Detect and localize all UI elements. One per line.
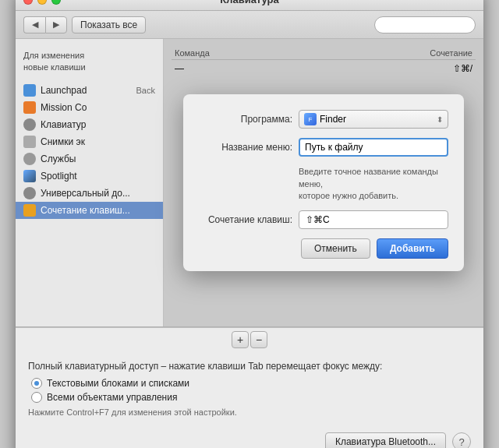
search-input[interactable] <box>374 16 476 34</box>
close-button[interactable] <box>23 0 33 5</box>
sidebar: Для изменения новые клавиши Launchpad Ba… <box>16 39 164 326</box>
radio-circle-all-controls <box>31 392 42 403</box>
modal-overlay: Программа: F Finder ⬍ Название меню: <box>164 39 483 326</box>
minimize-button[interactable] <box>37 0 47 5</box>
screenshots-icon <box>23 136 36 148</box>
help-button[interactable]: ? <box>452 432 471 448</box>
radio-circle-text-blocks <box>31 378 42 389</box>
forward-button[interactable]: ▶ <box>45 16 67 34</box>
window-title: Клавиатура <box>220 0 279 5</box>
add-shortcut-modal: Программа: F Finder ⬍ Название меню: <box>183 94 464 270</box>
sidebar-item-label: Снимки эк <box>41 136 155 147</box>
sidebar-item-universal[interactable]: Универсальный до... <box>16 185 163 202</box>
shortcut-value: ⇧⌘C <box>306 214 330 225</box>
bluetooth-button[interactable]: Клавиатура Bluetooth... <box>325 432 446 448</box>
menu-name-label: Название меню: <box>199 142 292 153</box>
services-icon <box>23 153 36 165</box>
shortcut-label: Сочетание клавиш: <box>199 214 292 225</box>
remove-shortcut-button[interactable]: − <box>250 331 267 348</box>
titlebar: Клавиатура <box>16 0 483 11</box>
keyboard-icon <box>23 118 36 131</box>
program-value: Finder <box>320 114 346 125</box>
cancel-button[interactable]: Отменить <box>301 238 370 259</box>
sidebar-item-label: Сочетание клавиш... <box>41 205 155 216</box>
radio-item-all-controls[interactable]: Всеми объектами управления <box>31 392 471 403</box>
sidebar-description: Для изменения новые клавиши <box>16 45 163 82</box>
bottom-bar: + − <box>16 327 483 351</box>
main-area: Команда Сочетание — ⇧⌘/ Программа: F <box>164 39 483 326</box>
radio-label-all-controls: Всеми объектами управления <box>47 392 177 403</box>
finder-icon: F <box>304 113 317 125</box>
sidebar-item-label: Launchpad <box>41 85 132 96</box>
program-select[interactable]: F Finder ⬍ <box>299 110 448 129</box>
main-window: Клавиатура ◀ ▶ Показать все Для изменени… <box>16 0 483 448</box>
shortcut-display[interactable]: ⇧⌘C <box>299 210 448 229</box>
spotlight-icon <box>23 170 36 182</box>
shortcut-text: Back <box>136 86 155 95</box>
back-button[interactable]: ◀ <box>23 16 45 34</box>
sidebar-item-label: Mission Co <box>41 102 155 113</box>
sidebar-item-label: Универсальный до... <box>41 188 155 199</box>
select-inner: F Finder <box>304 113 346 125</box>
universal-icon <box>23 187 36 199</box>
menu-name-row: Название меню: <box>199 138 448 157</box>
show-all-button[interactable]: Показать все <box>72 16 146 34</box>
footer: Полный клавиатурный доступ – нажатие кла… <box>16 351 483 426</box>
sidebar-item-spotlight[interactable]: Spotlight <box>16 168 163 185</box>
radio-label-text-blocks: Текстовыми блоками и списками <box>47 378 189 389</box>
modal-hint: Введите точное название команды меню, ко… <box>299 166 448 202</box>
sidebar-item-label: Службы <box>41 153 155 164</box>
program-row: Программа: F Finder ⬍ <box>199 110 448 129</box>
shortcut-row-modal: Сочетание клавиш: ⇧⌘C <box>199 210 448 229</box>
radio-group: Текстовыми блоками и списками Всеми объе… <box>28 378 471 403</box>
sidebar-item-keyboard[interactable]: Клавиатур <box>16 116 163 133</box>
modal-buttons: Отменить Добавить <box>199 238 448 259</box>
program-label: Программа: <box>199 114 292 125</box>
radio-item-text-blocks[interactable]: Текстовыми блоками и списками <box>31 378 471 389</box>
shortcut-keys-icon <box>23 204 36 217</box>
sidebar-item-label: Клавиатур <box>41 119 155 130</box>
sidebar-item-screenshots[interactable]: Снимки эк <box>16 133 163 150</box>
content-area: Для изменения новые клавиши Launchpad Ba… <box>16 39 483 327</box>
footer-title: Полный клавиатурный доступ – нажатие кла… <box>28 361 471 372</box>
toolbar: ◀ ▶ Показать все <box>16 11 483 39</box>
footer-buttons: Клавиатура Bluetooth... ? <box>16 426 483 448</box>
menu-name-input[interactable] <box>299 138 448 157</box>
sidebar-item-mission-control[interactable]: Mission Co <box>16 99 163 116</box>
hint-text: Нажмите Control+F7 для изменения этой на… <box>28 407 471 417</box>
sidebar-item-shortcut-keys[interactable]: Сочетание клавиш... <box>16 202 163 219</box>
launchpad-icon <box>23 84 36 97</box>
chevron-down-icon: ⬍ <box>437 115 443 124</box>
add-button[interactable]: Добавить <box>377 238 448 259</box>
sidebar-item-services[interactable]: Службы <box>16 150 163 168</box>
traffic-lights <box>23 0 61 5</box>
sidebar-item-label: Spotlight <box>41 171 155 182</box>
add-shortcut-button[interactable]: + <box>232 331 249 348</box>
mission-control-icon <box>23 101 36 114</box>
maximize-button[interactable] <box>51 0 61 5</box>
sidebar-item-launchpad[interactable]: Launchpad Back <box>16 82 163 99</box>
